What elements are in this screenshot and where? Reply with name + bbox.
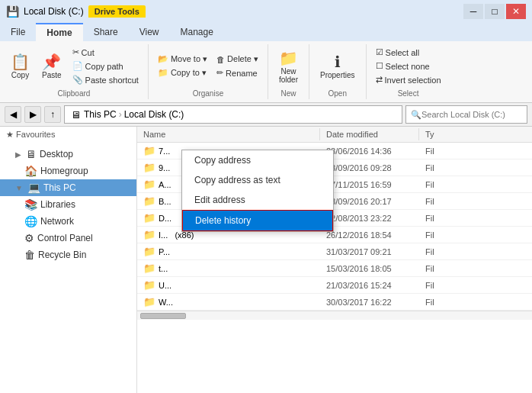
title-bar: 💾 Local Disk (C:) Drive Tools ─ □ ✕ <box>0 0 532 23</box>
new-folder-button[interactable]: 📁 New folder <box>274 47 303 86</box>
tab-file[interactable]: File <box>0 23 36 41</box>
table-row[interactable]: 📁 W... 30/03/2017 16:22 Fil <box>137 294 532 311</box>
close-button[interactable]: ✕ <box>506 4 526 19</box>
select-all-button[interactable]: ☑ Select all <box>373 46 423 59</box>
horizontal-scrollbar[interactable] <box>137 311 532 320</box>
new-buttons: 📁 New folder <box>274 44 303 88</box>
copy-path-button[interactable]: 📄 Copy path <box>69 60 142 72</box>
scroll-thumb[interactable] <box>140 313 186 319</box>
rename-button[interactable]: ✏ Rename <box>213 66 261 79</box>
paste-shortcut-icon: 📎 <box>72 75 83 85</box>
table-row[interactable]: 📁 P... 31/03/2017 09:21 Fil <box>137 243 532 260</box>
desktop-icon: 🖥 <box>26 148 37 160</box>
select-options: ☑ Select all ☐ Select none ⇄ Invert sele… <box>373 46 444 86</box>
this-pc-icon: 💻 <box>27 182 40 194</box>
copy-to-button[interactable]: 📁 Copy to ▾ <box>155 66 210 79</box>
favourites-header: ★ Favourites <box>0 127 136 143</box>
file-date: 17/11/2015 16:59 <box>320 179 419 191</box>
sidebar-item-libraries[interactable]: 📚 Libraries <box>0 196 136 213</box>
select-none-button[interactable]: ☐ Select none <box>373 60 433 72</box>
properties-button[interactable]: ℹ Properties <box>316 50 360 82</box>
file-name: 📁 W... <box>137 295 320 309</box>
select-group: ☑ Select all ☐ Select none ⇄ Invert sele… <box>367 44 450 99</box>
file-date: 31/03/2017 09:21 <box>320 246 419 258</box>
organise-buttons: 📂 Move to ▾ 📁 Copy to ▾ 🗑 Delete ▾ ✏ <box>155 44 261 88</box>
folder-icon: 📁 <box>143 162 155 173</box>
breadcrumb-this-pc[interactable]: This PC <box>84 109 117 120</box>
sidebar-label-this-pc: This PC <box>43 182 76 193</box>
sidebar-item-desktop[interactable]: ▶ 🖥 Desktop <box>0 146 136 163</box>
file-date: 30/03/2017 16:22 <box>320 296 419 308</box>
breadcrumb-icon: 🖥 <box>71 109 81 121</box>
tab-home[interactable]: Home <box>36 23 82 41</box>
folder-icon: 📁 <box>143 263 155 274</box>
copy-to-icon: 📁 <box>158 68 168 78</box>
search-input[interactable] <box>421 110 521 119</box>
forward-button[interactable]: ▶ <box>24 106 41 123</box>
search-icon: 🔍 <box>411 110 421 120</box>
cut-button[interactable]: ✂ Cut <box>69 46 142 59</box>
paste-button[interactable]: 📌 Paste <box>37 50 66 82</box>
file-type: Fil <box>419 162 465 174</box>
file-date: 21/03/2016 15:24 <box>320 279 419 292</box>
breadcrumb[interactable]: 🖥 This PC › Local Disk (C:) <box>64 105 402 124</box>
tab-view[interactable]: View <box>129 23 170 41</box>
context-copy-address-text[interactable]: Copy address as text <box>182 170 333 190</box>
file-type: Fil <box>419 279 465 292</box>
file-type: Fil <box>419 145 465 157</box>
drive-tools-badge: Drive Tools <box>88 5 146 18</box>
sidebar-item-homegroup[interactable]: 🏠 Homegroup <box>0 163 136 179</box>
libraries-icon: 📚 <box>24 198 37 211</box>
copy-button[interactable]: 📋 Copy <box>6 50 34 82</box>
context-delete-history[interactable]: Delete history <box>182 210 333 231</box>
sidebar-item-recycle-bin[interactable]: 🗑 Recycle Bin <box>0 246 136 263</box>
minimize-button[interactable]: ─ <box>463 4 483 19</box>
sidebar-item-control-panel[interactable]: ⚙ Control Panel <box>0 230 136 246</box>
file-type: Fil <box>419 212 465 224</box>
clipboard-group: 📋 Copy 📌 Paste ✂ Cut 📄 Copy path <box>0 44 149 99</box>
select-none-icon: ☐ <box>376 61 383 71</box>
new-folder-icon: 📁 <box>279 49 298 67</box>
column-type[interactable]: Ty <box>419 128 465 140</box>
delete-button[interactable]: 🗑 Delete ▾ <box>213 53 261 66</box>
table-row[interactable]: 📁 U... 21/03/2016 15:24 Fil <box>137 277 532 294</box>
table-row[interactable]: 📁 t... 15/03/2016 18:05 Fil <box>137 260 532 277</box>
file-list-header: Name Date modified Ty <box>137 127 532 143</box>
sidebar-section: ▶ 🖥 Desktop 🏠 Homegroup ▼ 💻 This PC 📚 Li… <box>0 143 136 266</box>
tab-manage[interactable]: Manage <box>170 23 224 41</box>
context-edit-address[interactable]: Edit address <box>182 190 333 210</box>
column-date[interactable]: Date modified <box>320 128 419 140</box>
open-group: ℹ Properties Open <box>309 44 367 99</box>
sidebar-item-network[interactable]: 🌐 Network <box>0 213 136 230</box>
folder-icon: 📁 <box>143 296 155 308</box>
window-title: Local Disk (C:) <box>24 6 84 17</box>
select-all-icon: ☑ <box>376 47 383 57</box>
column-name[interactable]: Name <box>137 128 320 140</box>
homegroup-icon: 🏠 <box>24 165 37 177</box>
invert-selection-button[interactable]: ⇄ Invert selection <box>373 73 444 86</box>
rename-icon: ✏ <box>216 68 223 78</box>
context-copy-address[interactable]: Copy address <box>182 150 333 170</box>
breadcrumb-local-disk[interactable]: Local Disk (C:) <box>124 109 184 120</box>
copy-icon: 📋 <box>11 53 30 71</box>
sidebar-label-homegroup: Homegroup <box>40 166 88 176</box>
maximize-button[interactable]: □ <box>485 4 505 19</box>
file-date: 15/03/2016 18:05 <box>320 263 419 275</box>
tab-share[interactable]: Share <box>83 23 129 41</box>
sidebar-item-this-pc[interactable]: ▼ 💻 This PC <box>0 179 136 196</box>
organise-small-buttons: 📂 Move to ▾ 📁 Copy to ▾ <box>155 53 210 79</box>
open-buttons: ℹ Properties <box>316 44 360 88</box>
search-box[interactable]: 🔍 <box>405 105 527 124</box>
copy-path-icon: 📄 <box>72 61 83 71</box>
organise-small-buttons2: 🗑 Delete ▾ ✏ Rename <box>213 53 261 79</box>
move-to-button[interactable]: 📂 Move to ▾ <box>155 53 210 66</box>
sidebar: ★ Favourites ▶ 🖥 Desktop 🏠 Homegroup ▼ 💻… <box>0 127 137 393</box>
paste-icon: 📌 <box>42 53 61 71</box>
back-button[interactable]: ◀ <box>5 106 21 123</box>
folder-icon: 📁 <box>143 279 155 291</box>
file-type: Fil <box>419 179 465 191</box>
move-to-icon: 📂 <box>158 54 168 64</box>
up-button[interactable]: ↑ <box>44 106 61 123</box>
paste-shortcut-button[interactable]: 📎 Paste shortcut <box>69 73 142 86</box>
main-area: ★ Favourites ▶ 🖥 Desktop 🏠 Homegroup ▼ 💻… <box>0 127 532 393</box>
